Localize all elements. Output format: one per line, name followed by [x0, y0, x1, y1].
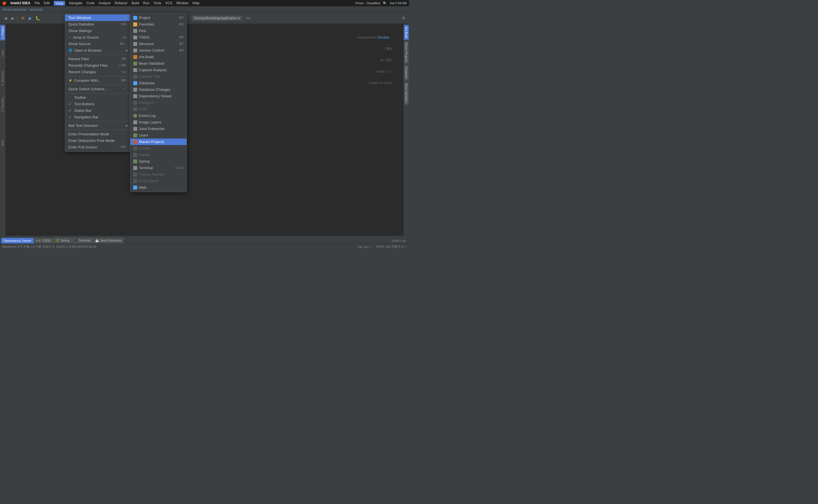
- tw-theme-preview[interactable]: Theme Preview: [130, 171, 186, 178]
- menu-run[interactable]: Run: [143, 1, 149, 5]
- pinyin-indicator: Pinyin - Simplified: [355, 1, 380, 5]
- toolbar-build[interactable]: ⚒: [20, 15, 26, 21]
- menu-item-tool-windows[interactable]: Tool Windows ▶: [65, 14, 130, 21]
- tw-designer[interactable]: Designer: [130, 99, 186, 106]
- tw-java-enterprise[interactable]: Java Enterprise: [130, 125, 186, 132]
- breadcrumb-root[interactable]: devops-bootstrap: [2, 8, 26, 11]
- submenu-arrow-browser: ▶: [126, 49, 128, 52]
- menu-item-quick-definition[interactable]: Quick Definition ⇧⌘I: [65, 21, 130, 28]
- tab-todo[interactable]: ≡ 6: TODO: [33, 238, 53, 243]
- menu-item-compare-with[interactable]: ⚡ Compare With... ⌘D: [65, 77, 130, 84]
- tw-favorites[interactable]: Favorites ⌘2: [130, 21, 186, 28]
- menu-build[interactable]: Build: [131, 1, 139, 5]
- tab-java-enterprise[interactable]: ☕ Java Enterprise: [93, 238, 124, 243]
- menu-item-recent-changes[interactable]: Recent Changes ⌥C: [65, 69, 130, 75]
- tw-event-log[interactable]: Event Log: [130, 112, 186, 119]
- event-log-button[interactable]: Event Log: [389, 238, 408, 243]
- menu-help[interactable]: Help: [192, 1, 199, 5]
- breadcrumb-child[interactable]: bootstrap: [30, 8, 43, 11]
- menu-window[interactable]: Window: [176, 1, 188, 5]
- tw-dsm[interactable]: DSM: [130, 106, 186, 112]
- tw-web[interactable]: Web: [130, 184, 186, 191]
- run-config-selector[interactable]: DevopsBootstrapApplication ▾: [192, 16, 242, 21]
- menu-item-presentation-mode[interactable]: Enter Presentation Mode: [65, 131, 130, 137]
- tw-version-control[interactable]: Version Control ⌘9: [130, 47, 186, 54]
- tw-learn-icon: [133, 133, 137, 137]
- tw-vcs-icon: [133, 49, 137, 53]
- sidebar-tab-structure[interactable]: 2: Structure: [0, 69, 5, 88]
- tw-spring[interactable]: Spring: [130, 158, 186, 165]
- tab-spring[interactable]: 🌿 Spring: [53, 238, 72, 243]
- menu-item-distraction-free[interactable]: Enter Distraction Free Mode: [65, 137, 130, 144]
- right-tab-ant-build[interactable]: Ant Build: [404, 25, 409, 40]
- sidebar-tab-favorites[interactable]: 2: Favorites: [0, 95, 5, 114]
- tw-dependency-viewer[interactable]: Dependency Viewer: [130, 93, 186, 99]
- tw-capture-tool[interactable]: Capture Tool: [130, 73, 186, 80]
- menu-item-show-siblings[interactable]: Show Siblings: [65, 28, 130, 34]
- menu-tools[interactable]: Tools: [153, 1, 161, 5]
- menu-item-recently-changed[interactable]: Recently Changed Files ⇧⌘E: [65, 62, 130, 69]
- tw-database[interactable]: Database: [130, 80, 186, 86]
- editor-content-line4: n Bar ⌥↑: [376, 69, 392, 73]
- toolbar-back[interactable]: ◀: [2, 15, 9, 21]
- menu-code[interactable]: Code: [86, 1, 95, 5]
- tw-todo[interactable]: TODO ⌘6: [130, 34, 186, 41]
- tw-image-layers[interactable]: Image Layers: [130, 119, 186, 125]
- menu-item-toolbar[interactable]: Toolbar: [65, 94, 130, 101]
- tw-find[interactable]: Find: [130, 28, 186, 34]
- tw-project-icon: [133, 16, 137, 20]
- separator-1: [65, 54, 130, 55]
- tw-terminal[interactable]: Terminal ⌥F12: [130, 165, 186, 171]
- tab-terminal[interactable]: ⬛ Terminal: [72, 238, 93, 243]
- tw-ui-designer[interactable]: UI Designer: [130, 178, 186, 184]
- right-tab-database[interactable]: Database: [404, 65, 409, 81]
- menu-item-bidi-text[interactable]: Bidi Text Direction ▶: [65, 122, 130, 129]
- menu-edit[interactable]: Edit: [44, 1, 50, 5]
- git-icon[interactable]: Git:: [246, 15, 252, 21]
- menu-item-status-bar[interactable]: ✓Status Bar: [65, 107, 130, 114]
- menu-item-jump-to-source[interactable]: ✏ Jump to Source F4: [65, 34, 130, 41]
- menu-item-open-in-browser[interactable]: 🌐 Open in Browser ▶: [65, 47, 130, 54]
- right-tab-bean-validation[interactable]: Bean Validation: [404, 82, 409, 105]
- tw-bean-validation[interactable]: Bean Validation: [130, 60, 186, 67]
- menu-refactor[interactable]: Refactor: [115, 1, 127, 5]
- search-icon[interactable]: 🔍: [383, 1, 387, 5]
- tw-palette-2[interactable]: Palette: [130, 152, 186, 158]
- tw-learn[interactable]: Learn: [130, 132, 186, 138]
- menu-view[interactable]: View: [54, 1, 65, 6]
- tw-maven-projects[interactable]: Maven Projects: [130, 138, 186, 145]
- menu-item-quick-switch[interactable]: Quick Switch Scheme... ^`: [65, 86, 130, 92]
- apple-icon[interactable]: 🍎: [2, 1, 7, 5]
- sidebar-tab-project[interactable]: 1: Project: [0, 25, 5, 40]
- sidebar-tab-web[interactable]: Web: [0, 138, 5, 148]
- tw-palette-1[interactable]: Palette: [130, 145, 186, 152]
- menu-item-tool-buttons[interactable]: ✓Tool Buttons: [65, 101, 130, 107]
- toolbar-run[interactable]: ▶: [27, 15, 33, 21]
- menu-item-full-screen[interactable]: Enter Full Screen ^⌘F: [65, 144, 130, 150]
- tool-windows-submenu: Project ⌘1 Favorites ⌘2 Find TODO ⌘6 Str…: [130, 13, 187, 192]
- toolbar-forward[interactable]: ▶: [10, 15, 16, 21]
- tw-java-enterprise-icon: [133, 127, 137, 131]
- tw-database-changes[interactable]: Database Changes: [130, 86, 186, 93]
- sidebar-tab-learn[interactable]: Learn: [0, 47, 5, 59]
- app-name[interactable]: IntelliJ IDEA: [11, 1, 30, 5]
- tw-structure[interactable]: Structure ⌘7: [130, 41, 186, 47]
- menu-vcs[interactable]: VCS: [165, 1, 172, 5]
- git-status[interactable]: Git: dev ÷: [358, 245, 372, 249]
- menu-item-show-source[interactable]: Show Source ⌘+↓: [65, 41, 130, 47]
- menu-file[interactable]: File: [34, 1, 40, 5]
- menu-item-navigation-bar[interactable]: ✓Navigation Bar: [65, 114, 130, 120]
- tw-ant-build[interactable]: Ant Build: [130, 54, 186, 60]
- menu-navigate[interactable]: Navigate: [69, 1, 82, 5]
- tw-todo-icon: [133, 35, 137, 39]
- tw-project[interactable]: Project ⌘1: [130, 14, 186, 21]
- tw-capture-analysis[interactable]: Capture Analysis: [130, 67, 186, 73]
- menu-item-recent-files[interactable]: Recent Files ⌘E: [65, 56, 130, 62]
- right-tab-maven[interactable]: Maven Projects: [404, 41, 409, 64]
- toolbar-settings[interactable]: ⚙: [400, 15, 407, 21]
- tab-dependency-viewer[interactable]: Dependency Viewer: [1, 238, 33, 243]
- separator-2: [65, 76, 130, 76]
- toolbar-debug[interactable]: 🐛: [34, 15, 41, 21]
- tw-dsm-icon: [133, 107, 137, 111]
- menu-analyze[interactable]: Analyze: [98, 1, 111, 5]
